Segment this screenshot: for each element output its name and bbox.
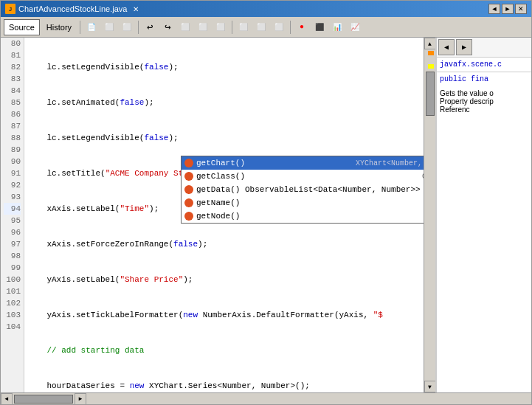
ac-name-1: getClass() (196, 172, 413, 181)
toolbar-btn-5[interactable]: ⬜ (195, 19, 211, 35)
code-line-82: lc.setLegendVisible(false); (27, 132, 421, 144)
window-title: ChartAdvancedStockLine.java (18, 4, 127, 13)
nav-back-button[interactable]: ◀ (438, 39, 455, 55)
code-line-87: yAxis.setTickLabelFormatter(new NumberAx… (27, 309, 421, 321)
toolbar-separator-1 (80, 21, 80, 34)
main-content: 80 81 82 83 84 85 86 87 88 89 90 91 92 9… (1, 38, 531, 392)
toolbar-btn-2[interactable]: ⬜ (101, 19, 117, 35)
autocomplete-item-4[interactable]: getNode() Node (182, 210, 424, 223)
title-bar: J ChartAdvancedStockLine.java ✕ ◄ ► ✕ (1, 1, 531, 17)
right-code-text-1: javafx.scene.c (440, 60, 502, 69)
code-line-88: // add starting data (27, 345, 421, 356)
code-line-80: lc.setLegendVisible(false); (27, 61, 421, 73)
toolbar-btn-7[interactable]: ⬜ (235, 19, 252, 35)
toolbar-btn-12[interactable]: 📊 (329, 19, 345, 35)
autocomplete-item-1[interactable]: getClass() Class<?> (182, 170, 424, 183)
code-line-86: yAxis.setLabel("Share Price"); (27, 274, 421, 285)
minimize-button[interactable]: ◄ (488, 4, 500, 14)
right-panel-code-2: public fina (437, 72, 531, 86)
toolbar-btn-6[interactable]: ⬜ (213, 19, 229, 35)
ac-name-2: getData() ObservableList<Data<Number, Nu… (196, 185, 424, 194)
main-window: J ChartAdvancedStockLine.java ✕ ◄ ► ✕ So… (0, 0, 532, 405)
toolbar-separator-3 (232, 21, 232, 34)
right-desc-1: Gets the value o (440, 89, 528, 97)
code-editor[interactable]: 80 81 82 83 84 85 86 87 88 89 90 91 92 9… (1, 38, 435, 392)
scroll-right-button[interactable]: ► (75, 393, 86, 405)
toolbar-btn-13[interactable]: 📈 (347, 19, 363, 35)
bottom-bar: ◄ ► (1, 392, 531, 404)
right-panel: ◀ ▶ javafx.scene.c public fina Gets the … (435, 38, 531, 392)
ac-name-0: getChart() (196, 159, 347, 167)
ac-icon-2 (184, 185, 193, 194)
app-icon: J (5, 4, 15, 14)
scroll-up-button[interactable]: ▲ (424, 38, 436, 49)
nav-forward-button[interactable]: ▶ (456, 39, 472, 55)
right-desc-2: Property descrip (440, 97, 528, 105)
toolbar: Source History 📄 ⬜ ⬜ ↩ ↪ ⬜ ⬜ ⬜ ⬜ ⬜ ⬜ ● ⬛… (1, 17, 531, 38)
ac-type-0: XYChart<Number, Number> (350, 159, 424, 167)
toolbar-btn-3[interactable]: ⬜ (119, 19, 135, 35)
scroll-h-thumb[interactable] (14, 395, 73, 404)
right-desc-3: Referenc (440, 105, 528, 114)
toolbar-separator-4 (290, 21, 291, 34)
title-bar-left: J ChartAdvancedStockLine.java ✕ (5, 4, 139, 14)
source-tab-button[interactable]: Source (4, 19, 40, 35)
close-button[interactable]: ✕ (515, 4, 527, 14)
code-content[interactable]: lc.setLegendVisible(false); lc.setAnimat… (24, 38, 424, 392)
history-tab-button[interactable]: History (41, 19, 77, 35)
right-panel-code-1: javafx.scene.c (437, 58, 531, 72)
code-line-81: lc.setAnimated(false); (27, 97, 421, 108)
scroll-down-button[interactable]: ▼ (424, 381, 436, 392)
autocomplete-item-0[interactable]: getChart() XYChart<Number, Number> (182, 156, 424, 170)
toolbar-btn-1[interactable]: 📄 (83, 19, 100, 35)
ac-icon-4 (184, 212, 193, 221)
ac-name-3: getName() (196, 198, 422, 207)
scroll-marker-orange (428, 51, 434, 55)
right-code-text-2: public fina (440, 75, 488, 83)
ac-icon-1 (184, 172, 193, 181)
toolbar-btn-11[interactable]: ⬛ (311, 19, 328, 35)
maximize-button[interactable]: ► (502, 4, 514, 14)
ac-icon-0 (184, 159, 193, 167)
toolbar-btn-4[interactable]: ⬜ (177, 19, 193, 35)
tab-close-x[interactable]: ✕ (133, 5, 139, 13)
toolbar-btn-undo[interactable]: ↩ (142, 19, 158, 35)
toolbar-btn-8[interactable]: ⬜ (253, 19, 269, 35)
scroll-left-button[interactable]: ◄ (1, 393, 13, 405)
ac-type-1: Class<?> (416, 173, 424, 181)
autocomplete-item-2[interactable]: getData() ObservableList<Data<Number, Nu… (182, 183, 424, 196)
code-line-85: xAxis.setForceZeroInRange(false); (27, 238, 421, 250)
right-panel-desc: Gets the value o Property descrip Refere… (437, 86, 531, 392)
line-numbers: 80 81 82 83 84 85 86 87 88 89 90 91 92 9… (1, 38, 24, 392)
toolbar-btn-9[interactable]: ⬜ (271, 19, 287, 35)
vertical-scrollbar[interactable]: ▲ ▼ (424, 38, 435, 392)
ac-icon-3 (184, 198, 193, 207)
toolbar-btn-10[interactable]: ● (294, 19, 310, 35)
autocomplete-item-3[interactable]: getName() String (182, 196, 424, 210)
toolbar-separator-2 (138, 21, 139, 34)
title-bar-controls: ◄ ► ✕ (488, 4, 527, 14)
toolbar-btn-redo[interactable]: ↪ (159, 19, 176, 35)
scroll-thumb[interactable] (426, 72, 435, 116)
ac-name-4: getNode() (196, 212, 424, 221)
autocomplete-popup[interactable]: getChart() XYChart<Number, Number> getCl… (181, 156, 424, 224)
scroll-marker-yellow (428, 64, 434, 69)
code-line-89: hourDataSeries = new XYChart.Series<Numb… (27, 380, 421, 392)
right-panel-nav: ◀ ▶ (437, 38, 531, 58)
